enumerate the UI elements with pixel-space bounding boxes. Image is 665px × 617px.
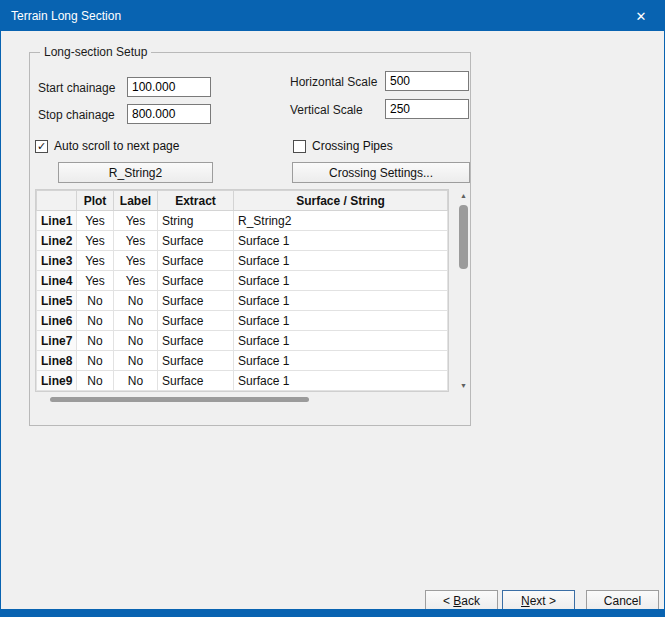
grid-body: Line1YesYesStringR_String2Line2YesYesSur… bbox=[37, 211, 448, 391]
table-row[interactable]: Line2YesYesSurfaceSurface 1 bbox=[37, 231, 448, 251]
extract-cell[interactable]: Surface bbox=[158, 251, 234, 271]
extract-header[interactable]: Extract bbox=[158, 191, 234, 211]
label-header[interactable]: Label bbox=[114, 191, 158, 211]
plot-cell[interactable]: Yes bbox=[77, 231, 114, 251]
extract-cell[interactable]: String bbox=[158, 211, 234, 231]
extract-cell[interactable]: Surface bbox=[158, 351, 234, 371]
table-row[interactable]: Line8NoNoSurfaceSurface 1 bbox=[37, 351, 448, 371]
surface-cell[interactable]: R_String2 bbox=[234, 211, 448, 231]
row-header-cell[interactable]: Line2 bbox=[37, 231, 77, 251]
stop-chainage-input[interactable] bbox=[127, 104, 211, 124]
corner-header-cell bbox=[37, 191, 77, 211]
vertical-scale-label: Vertical Scale bbox=[290, 103, 363, 117]
surface-cell[interactable]: Surface 1 bbox=[234, 231, 448, 251]
stop-chainage-label: Stop chainage bbox=[38, 108, 115, 122]
surface-cell[interactable]: Surface 1 bbox=[234, 371, 448, 391]
table-row[interactable]: Line3YesYesSurfaceSurface 1 bbox=[37, 251, 448, 271]
scroll-down-icon[interactable]: ▼ bbox=[457, 379, 470, 392]
checkbox-unchecked-icon bbox=[293, 140, 306, 153]
long-section-setup-group: Long-section Setup Start chainage Stop c… bbox=[29, 52, 471, 426]
row-header-cell[interactable]: Line4 bbox=[37, 271, 77, 291]
extract-cell[interactable]: Surface bbox=[158, 331, 234, 351]
plot-cell[interactable]: No bbox=[77, 351, 114, 371]
check-mark-icon: ✓ bbox=[37, 141, 46, 152]
vertical-scroll-thumb[interactable] bbox=[459, 205, 468, 269]
next-button-label: Next > bbox=[521, 594, 556, 608]
group-title: Long-section Setup bbox=[40, 45, 151, 59]
label-cell[interactable]: No bbox=[114, 291, 158, 311]
label-cell[interactable]: No bbox=[114, 371, 158, 391]
dialog-terrain-long-section: Terrain Long Section ✕ Long-section Setu… bbox=[0, 0, 665, 617]
titlebar[interactable]: Terrain Long Section ✕ bbox=[1, 1, 664, 31]
vertical-scale-input[interactable] bbox=[385, 99, 469, 119]
start-chainage-label: Start chainage bbox=[38, 81, 115, 95]
auto-scroll-label: Auto scroll to next page bbox=[54, 139, 179, 153]
surface-cell[interactable]: Surface 1 bbox=[234, 251, 448, 271]
crossing-settings-button[interactable]: Crossing Settings... bbox=[292, 162, 470, 183]
row-header-cell[interactable]: Line1 bbox=[37, 211, 77, 231]
r-string2-button[interactable]: R_String2 bbox=[58, 162, 213, 183]
vertical-scrollbar[interactable]: ▲ ▼ bbox=[457, 189, 470, 392]
horizontal-scale-input[interactable] bbox=[385, 71, 469, 91]
start-chainage-input[interactable] bbox=[127, 77, 211, 97]
table-row[interactable]: Line5NoNoSurfaceSurface 1 bbox=[37, 291, 448, 311]
row-header-cell[interactable]: Line9 bbox=[37, 371, 77, 391]
row-header-cell[interactable]: Line5 bbox=[37, 291, 77, 311]
table-row[interactable]: Line7NoNoSurfaceSurface 1 bbox=[37, 331, 448, 351]
surface-cell[interactable]: Surface 1 bbox=[234, 291, 448, 311]
row-header-cell[interactable]: Line8 bbox=[37, 351, 77, 371]
plot-cell[interactable]: No bbox=[77, 311, 114, 331]
label-cell[interactable]: No bbox=[114, 311, 158, 331]
surface-cell[interactable]: Surface 1 bbox=[234, 271, 448, 291]
surface-string-header[interactable]: Surface / String bbox=[234, 191, 448, 211]
extract-cell[interactable]: Surface bbox=[158, 231, 234, 251]
auto-scroll-checkbox[interactable]: ✓ Auto scroll to next page bbox=[35, 139, 179, 153]
surface-cell[interactable]: Surface 1 bbox=[234, 311, 448, 331]
table-row[interactable]: Line1YesYesStringR_String2 bbox=[37, 211, 448, 231]
plot-cell[interactable]: Yes bbox=[77, 251, 114, 271]
back-button-label: < Back bbox=[443, 594, 480, 608]
plot-cell[interactable]: Yes bbox=[77, 271, 114, 291]
label-cell[interactable]: Yes bbox=[114, 271, 158, 291]
extract-cell[interactable]: Surface bbox=[158, 311, 234, 331]
lines-table: Plot Label Extract Surface / String Line… bbox=[36, 190, 448, 391]
scroll-up-icon[interactable]: ▲ bbox=[457, 189, 470, 202]
extract-cell[interactable]: Surface bbox=[158, 371, 234, 391]
checkbox-checked-icon: ✓ bbox=[35, 140, 48, 153]
plot-cell[interactable]: No bbox=[77, 371, 114, 391]
table-header-row: Plot Label Extract Surface / String bbox=[37, 191, 448, 211]
crossing-pipes-label: Crossing Pipes bbox=[312, 139, 393, 153]
plot-header[interactable]: Plot bbox=[77, 191, 114, 211]
row-header-cell[interactable]: Line3 bbox=[37, 251, 77, 271]
crossing-pipes-checkbox[interactable]: Crossing Pipes bbox=[293, 139, 393, 153]
surface-cell[interactable]: Surface 1 bbox=[234, 351, 448, 371]
label-cell[interactable]: No bbox=[114, 351, 158, 371]
horizontal-scrollbar[interactable] bbox=[50, 394, 447, 406]
label-cell[interactable]: Yes bbox=[114, 231, 158, 251]
window-title: Terrain Long Section bbox=[1, 9, 121, 23]
long-section-lines-grid: Plot Label Extract Surface / String Line… bbox=[35, 189, 449, 392]
label-cell[interactable]: No bbox=[114, 331, 158, 351]
row-header-cell[interactable]: Line7 bbox=[37, 331, 77, 351]
plot-cell[interactable]: Yes bbox=[77, 211, 114, 231]
table-row[interactable]: Line6NoNoSurfaceSurface 1 bbox=[37, 311, 448, 331]
surface-cell[interactable]: Surface 1 bbox=[234, 331, 448, 351]
extract-cell[interactable]: Surface bbox=[158, 291, 234, 311]
horizontal-scale-label: Horizontal Scale bbox=[290, 75, 377, 89]
plot-cell[interactable]: No bbox=[77, 291, 114, 311]
table-row[interactable]: Line9NoNoSurfaceSurface 1 bbox=[37, 371, 448, 391]
window-bottom-border bbox=[1, 609, 664, 616]
extract-cell[interactable]: Surface bbox=[158, 271, 234, 291]
horizontal-scroll-thumb[interactable] bbox=[50, 397, 309, 402]
close-icon: ✕ bbox=[636, 9, 647, 24]
row-header-cell[interactable]: Line6 bbox=[37, 311, 77, 331]
label-cell[interactable]: Yes bbox=[114, 251, 158, 271]
table-row[interactable]: Line4YesYesSurfaceSurface 1 bbox=[37, 271, 448, 291]
plot-cell[interactable]: No bbox=[77, 331, 114, 351]
close-button[interactable]: ✕ bbox=[618, 1, 664, 31]
label-cell[interactable]: Yes bbox=[114, 211, 158, 231]
